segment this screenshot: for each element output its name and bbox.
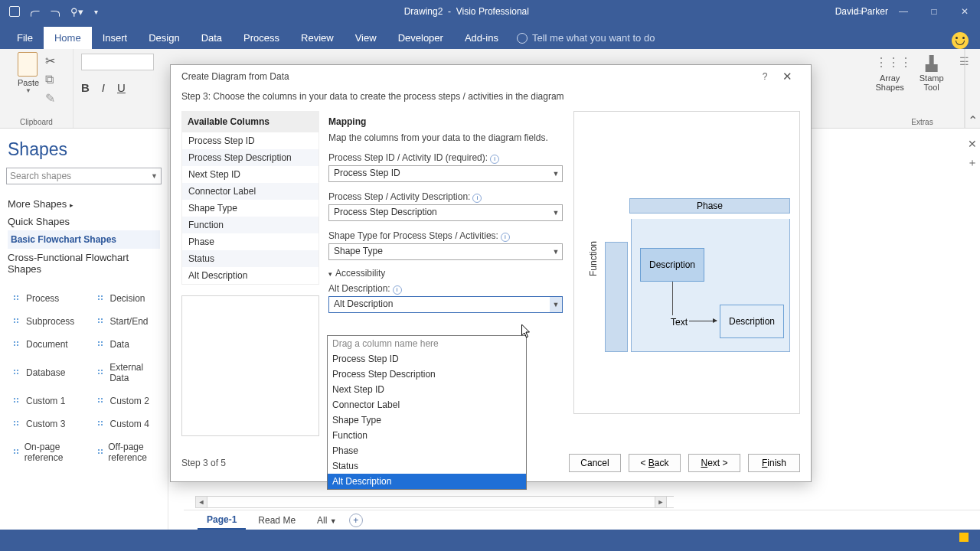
italic-button[interactable]: I xyxy=(102,81,105,94)
field1-select[interactable]: Process Step ID▼ xyxy=(328,165,563,182)
tab-design[interactable]: Design xyxy=(138,27,190,49)
minimize-icon[interactable]: — xyxy=(888,0,919,23)
stencil-shape[interactable]: Data xyxy=(84,333,168,356)
tab-insert[interactable]: Insert xyxy=(92,27,139,49)
add-pane-icon[interactable]: ＋ xyxy=(967,156,978,170)
status-bar xyxy=(0,530,980,551)
page-tab-1[interactable]: Page-1 xyxy=(198,511,246,530)
back-button[interactable]: < Back xyxy=(629,454,681,472)
field4-select[interactable]: Alt Description▼ xyxy=(328,296,563,313)
stencil-shape[interactable]: Process xyxy=(0,287,84,310)
field2-select[interactable]: Process Step Description▼ xyxy=(328,204,563,221)
available-column-item[interactable]: Next Step ID xyxy=(182,166,318,183)
array-shapes-button[interactable]: Array Shapes xyxy=(875,73,903,92)
dialog-help-icon[interactable]: ? xyxy=(756,71,774,82)
field3-select[interactable]: Shape Type▼ xyxy=(328,243,563,260)
stencil-shape[interactable]: Subprocess xyxy=(0,310,84,333)
alt-description-dropdown[interactable]: Drag a column name here Process Step IDP… xyxy=(327,335,527,490)
ribbon-display-icon[interactable]: ▭ xyxy=(842,0,873,23)
scroll-right-icon[interactable]: ► xyxy=(655,496,667,508)
paste-icon[interactable] xyxy=(18,52,38,77)
available-column-item[interactable]: Connector Label xyxy=(182,183,318,200)
dropdown-item[interactable]: Shape Type xyxy=(328,412,526,428)
tab-file[interactable]: File xyxy=(6,27,44,49)
drop-area[interactable] xyxy=(181,295,319,436)
basic-flowchart-link[interactable]: Basic Flowchart Shapes xyxy=(8,230,160,249)
info-icon[interactable]: i xyxy=(472,194,482,203)
info-icon[interactable]: i xyxy=(501,233,510,242)
cross-functional-link[interactable]: Cross-Functional Flowchart Shapes xyxy=(8,249,160,278)
scroll-left-icon[interactable]: ◄ xyxy=(195,496,207,508)
qat-more-icon[interactable]: ▾ xyxy=(94,8,98,16)
quick-shapes-link[interactable]: Quick Shapes xyxy=(8,213,160,230)
format-painter-icon[interactable]: ✎ xyxy=(45,91,55,106)
stencil-shape[interactable]: Custom 1 xyxy=(0,390,84,412)
dropdown-item[interactable]: Process Step ID xyxy=(328,351,526,367)
dropdown-item[interactable]: Phase xyxy=(328,443,526,458)
cut-icon[interactable]: ✂ xyxy=(45,54,55,68)
stamp-tool-button[interactable]: Stamp Tool xyxy=(920,73,944,92)
dropdown-item[interactable]: Function xyxy=(328,428,526,443)
tab-home[interactable]: Home xyxy=(44,27,92,49)
stencil-shape[interactable]: Custom 2 xyxy=(84,390,168,412)
stencil-shape[interactable]: Off-page reference xyxy=(84,435,168,469)
tab-view[interactable]: View xyxy=(345,27,387,49)
stencil-shape[interactable]: Document xyxy=(0,333,84,356)
font-selector[interactable] xyxy=(81,54,154,70)
add-page-button[interactable]: + xyxy=(349,514,363,527)
close-pane-icon[interactable]: ✕ xyxy=(968,138,977,150)
stencil-shape[interactable]: Custom 4 xyxy=(84,412,168,435)
dropdown-item[interactable]: Process Step Description xyxy=(328,367,526,382)
cancel-button[interactable]: Cancel xyxy=(569,454,621,472)
collapse-ribbon-icon[interactable]: ⌃ xyxy=(965,49,980,128)
stencil-shape[interactable]: Custom 3 xyxy=(0,412,84,435)
finish-button[interactable]: Finish xyxy=(748,454,800,472)
tab-developer[interactable]: Developer xyxy=(387,27,454,49)
available-column-item[interactable]: Shape Type xyxy=(182,200,318,217)
stencil-shape[interactable]: External Data xyxy=(84,356,168,390)
stencil-shape[interactable]: Database xyxy=(0,356,84,390)
maximize-icon[interactable]: □ xyxy=(919,0,949,23)
info-icon[interactable]: i xyxy=(490,155,499,164)
redo-icon[interactable] xyxy=(51,11,60,17)
save-icon[interactable] xyxy=(9,6,20,17)
tab-data[interactable]: Data xyxy=(191,27,233,49)
dropdown-item[interactable]: Next Step ID xyxy=(328,382,526,397)
search-shapes-input[interactable]: Search shapes ▼ xyxy=(6,168,162,184)
hscroll-track[interactable] xyxy=(207,496,674,508)
stencil-shape[interactable]: Decision xyxy=(84,287,168,310)
available-column-item[interactable]: Process Step Description xyxy=(182,149,318,166)
tab-addins[interactable]: Add-ins xyxy=(454,27,509,49)
stencil-shape[interactable]: On-page reference xyxy=(0,435,84,469)
next-button[interactable]: Next > xyxy=(688,454,740,472)
accessibility-section[interactable]: ▾Accessibility xyxy=(328,268,563,279)
array-shapes-icon[interactable]: ⋮⋮⋮ xyxy=(875,55,893,72)
dialog-close-icon[interactable]: ✕ xyxy=(774,70,800,83)
tab-review[interactable]: Review xyxy=(290,27,345,49)
tab-process[interactable]: Process xyxy=(233,27,290,49)
dropdown-item-selected[interactable]: Alt Description xyxy=(328,474,526,489)
info-icon[interactable]: i xyxy=(393,285,402,295)
page-tab-readme[interactable]: Read Me xyxy=(249,512,305,529)
stamp-tool-icon[interactable] xyxy=(924,55,939,72)
available-column-item[interactable]: Function xyxy=(182,217,318,233)
feedback-icon[interactable] xyxy=(952,32,969,49)
shape-handle-icon xyxy=(98,370,104,376)
dropdown-item[interactable]: Status xyxy=(328,458,526,474)
paste-button[interactable]: Paste xyxy=(18,78,39,87)
available-column-item[interactable]: Phase xyxy=(182,233,318,250)
available-column-item[interactable]: Status xyxy=(182,250,318,267)
available-column-item[interactable]: Alt Description xyxy=(182,267,318,284)
available-column-item[interactable]: Process Step ID xyxy=(182,132,318,149)
bold-button[interactable]: B xyxy=(81,81,90,94)
touch-mode-icon[interactable]: ⚲▾ xyxy=(70,6,83,18)
close-icon[interactable]: ✕ xyxy=(949,0,980,23)
more-shapes-link[interactable]: More Shapes ▸ xyxy=(8,195,160,213)
copy-icon[interactable]: ⧉ xyxy=(45,73,55,86)
stencil-shape[interactable]: Start/End xyxy=(84,310,168,333)
page-tab-all[interactable]: All ▼ xyxy=(308,512,346,529)
underline-button[interactable]: U xyxy=(117,81,126,94)
dropdown-item[interactable]: Connector Label xyxy=(328,397,526,412)
undo-icon[interactable] xyxy=(31,11,40,17)
tell-me[interactable]: Tell me what you want to do xyxy=(517,32,655,49)
